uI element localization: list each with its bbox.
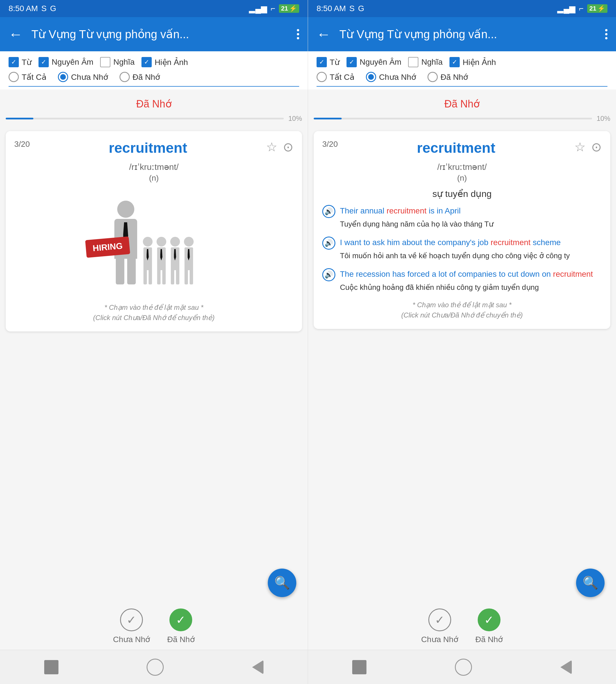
signal-icon-right: S xyxy=(349,4,355,13)
radio-circle-chua-nho-right[interactable] xyxy=(366,72,376,82)
checkbox-hien-anh-left[interactable]: ✓ xyxy=(141,57,152,67)
checkbox-filter-row-right: ✓ Từ ✓ Nguyên Âm Nghĩa ✓ Hiện Ảnh xyxy=(316,57,608,67)
progress-label-left: 10% xyxy=(288,115,302,122)
chua-nho-check-icon-left: ✓ xyxy=(127,613,136,626)
progress-row-left: 10% xyxy=(6,115,302,122)
checkbox-nguyen-am-right[interactable]: ✓ xyxy=(347,57,357,67)
small-legs-4-left xyxy=(184,270,193,284)
leg-left-left xyxy=(116,259,124,284)
radio-tat-ca-left[interactable]: Tất Cả xyxy=(8,72,46,82)
filter-hien-anh-left[interactable]: ✓ Hiện Ảnh xyxy=(141,57,188,67)
radio-da-nho-left[interactable]: Đã Nhớ xyxy=(119,72,160,82)
checkbox-filter-row-left: ✓ Từ ✓ Nguyên Âm Nghĩa ✓ Hiện Ảnh xyxy=(8,57,299,67)
status-bar-right-left-info: 8:50 AM S G xyxy=(316,4,364,13)
star-icon-right[interactable]: ☆ xyxy=(574,140,586,154)
back-button-right[interactable]: ← xyxy=(314,23,334,45)
radio-filter-row-left: Tất Cả Chưa Nhớ Đã Nhớ xyxy=(8,72,299,87)
da-nho-button-right[interactable]: ✓ Đã Nhớ xyxy=(476,609,503,644)
filter-tu-right[interactable]: ✓ Từ xyxy=(316,57,340,67)
nav-circle-right[interactable] xyxy=(455,659,472,676)
label-da-nho-radio-left: Đã Nhớ xyxy=(133,72,160,82)
nav-square-left[interactable] xyxy=(44,660,59,674)
nav-bar-right xyxy=(308,650,616,684)
filter-nguyen-am-left[interactable]: ✓ Nguyên Âm xyxy=(39,57,93,67)
search-fab-left[interactable]: 🔍 xyxy=(268,569,296,597)
da-nho-button-left[interactable]: ✓ Đã Nhớ xyxy=(167,609,195,644)
radio-circle-da-nho-right[interactable] xyxy=(427,72,438,82)
check-circle-icon-right[interactable]: ⊙ xyxy=(591,140,602,154)
chua-nho-circle-icon-right[interactable]: ✓ xyxy=(428,609,451,631)
small-leg-1a-left xyxy=(144,270,147,284)
label-chua-nho-left: Chưa Nhớ xyxy=(71,72,108,82)
checkbox-hien-anh-right[interactable]: ✓ xyxy=(449,57,460,67)
filter-tu-left[interactable]: ✓ Từ xyxy=(8,57,32,67)
da-nho-circle-icon-left[interactable]: ✓ xyxy=(169,609,192,631)
card-instructions-right: * Chạm vào thẻ để lật mặt sau * (Click n… xyxy=(322,300,602,320)
label-nguyen-am-left: Nguyên Âm xyxy=(52,58,93,67)
left-panel: 8:50 AM S G ▂▄▆ ⌐ 21 ⚡ ← Từ Vựng Từ vựng… xyxy=(0,0,308,684)
filter-nghia-left[interactable]: Nghĩa xyxy=(100,57,135,67)
app-title-right: Từ Vựng Từ vựng phỏng vấn... xyxy=(339,28,597,41)
vocab-card-right[interactable]: 3/20 recruitment ☆ ⊙ /rɪˈkruːtmənt/ (n) … xyxy=(314,131,610,329)
radio-chua-nho-right[interactable]: Chưa Nhớ xyxy=(366,72,416,82)
star-icon-left[interactable]: ☆ xyxy=(266,140,277,154)
checkbox-tu-right[interactable]: ✓ xyxy=(316,57,327,67)
small-leg-4a-left xyxy=(184,270,188,284)
vocab-card-left[interactable]: 3/20 recruitment ☆ ⊙ /rɪˈkruːtmənt/ (n) xyxy=(6,131,302,332)
back-button-left[interactable]: ← xyxy=(6,23,26,45)
google-icon-right: G xyxy=(358,4,364,13)
small-figures-group-left xyxy=(143,237,194,284)
sentence-vi-1-right: Tuyển dụng hàng năm của họ là vào tháng … xyxy=(340,219,602,230)
status-bar-right: 8:50 AM S G ▂▄▆ ⌐ 21 ⚡ xyxy=(308,0,616,17)
progress-row-right: 10% xyxy=(314,115,610,122)
da-nho-label-right: Đã Nhớ xyxy=(476,635,503,644)
menu-dot-r3 xyxy=(605,37,608,39)
chua-nho-button-right[interactable]: ✓ Chưa Nhớ xyxy=(421,609,458,644)
main-content-right: Đã Nhớ 10% 3/20 recruitment ☆ ⊙ /rɪˈkruː… xyxy=(308,90,616,603)
small-leg-2a-left xyxy=(157,270,160,284)
menu-button-right[interactable] xyxy=(602,26,610,42)
search-fab-right[interactable]: 🔍 xyxy=(576,569,604,597)
radio-tat-ca-right[interactable]: Tất Cả xyxy=(316,72,354,82)
status-bar-left: 8:50 AM S G ▂▄▆ ⌐ 21 ⚡ xyxy=(0,0,308,17)
radio-circle-tat-ca-left[interactable] xyxy=(8,72,19,82)
radio-chua-nho-left[interactable]: Chưa Nhớ xyxy=(58,72,108,82)
search-icon-left: 🔍 xyxy=(274,575,290,590)
checkbox-nguyen-am-left[interactable]: ✓ xyxy=(39,57,49,67)
sentence-en-2-after: scheme xyxy=(530,238,561,247)
radio-circle-da-nho-left[interactable] xyxy=(119,72,130,82)
bottom-buttons-right: ✓ Chưa Nhớ ✓ Đã Nhớ xyxy=(421,609,503,644)
nav-square-right[interactable] xyxy=(352,660,367,674)
sentence-vi-2-right: Tôi muốn hỏi anh ta về kế hoạch tuyển dụ… xyxy=(340,250,602,261)
da-nho-label-left: Đã Nhớ xyxy=(136,98,171,110)
sentence-item-1-right: 🔊 Their annual recruitment is in April T… xyxy=(322,205,602,230)
label-tat-ca-right: Tất Cả xyxy=(330,72,354,82)
chua-nho-button-left[interactable]: ✓ Chưa Nhớ xyxy=(113,609,150,644)
speaker-icon-2-right[interactable]: 🔊 xyxy=(322,236,335,250)
checkbox-nghia-right[interactable] xyxy=(408,57,418,67)
label-chua-nho-right: Chưa Nhớ xyxy=(379,72,416,82)
menu-button-left[interactable] xyxy=(294,26,302,42)
filter-nguyen-am-right[interactable]: ✓ Nguyên Âm xyxy=(347,57,401,67)
chua-nho-circle-icon-left[interactable]: ✓ xyxy=(120,609,143,631)
radio-da-nho-right[interactable]: Đã Nhớ xyxy=(427,72,468,82)
right-panel: 8:50 AM S G ▂▄▆ ⌐ 21 ⚡ ← Từ Vựng Từ vựng… xyxy=(308,0,616,684)
small-body-1-left xyxy=(144,247,152,270)
check-circle-icon-left[interactable]: ⊙ xyxy=(283,140,293,154)
nav-triangle-left[interactable] xyxy=(252,660,264,674)
radio-circle-chua-nho-left[interactable] xyxy=(58,72,68,82)
speaker-icon-1-right[interactable]: 🔊 xyxy=(322,205,335,218)
radio-circle-tat-ca-right[interactable] xyxy=(316,72,327,82)
battery-lightning-icon: ⚡ xyxy=(289,5,297,12)
nav-circle-left[interactable] xyxy=(147,659,164,676)
sentence-en-3-right: The recession has forced a lot of compan… xyxy=(340,268,602,280)
bottom-buttons-left: ✓ Chưa Nhớ ✓ Đã Nhớ xyxy=(113,609,195,644)
nav-triangle-right[interactable] xyxy=(560,660,572,674)
checkbox-tu-left[interactable]: ✓ xyxy=(8,57,19,67)
da-nho-circle-icon-right[interactable]: ✓ xyxy=(478,609,501,631)
checkbox-nghia-left[interactable] xyxy=(100,57,110,67)
filter-nghia-right[interactable]: Nghĩa xyxy=(408,57,443,67)
speaker-icon-3-right[interactable]: 🔊 xyxy=(322,268,335,281)
da-nho-check-icon-right: ✓ xyxy=(484,613,494,626)
filter-hien-anh-right[interactable]: ✓ Hiện Ảnh xyxy=(449,57,496,67)
